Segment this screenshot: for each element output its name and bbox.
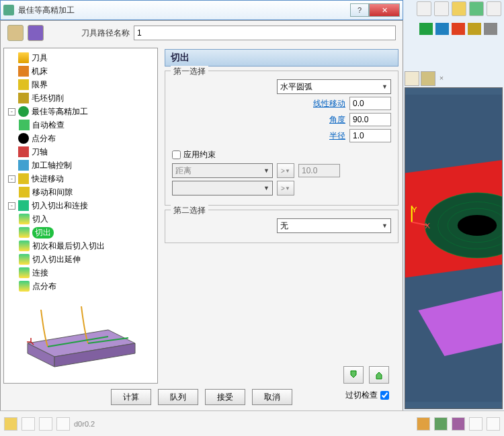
- tree-limit[interactable]: 限界: [7, 78, 155, 91]
- view-tab-1[interactable]: [405, 71, 419, 86]
- rapid-icon: [18, 173, 29, 184]
- strategy-icon: [18, 106, 29, 117]
- angle-link[interactable]: 角度: [329, 114, 345, 126]
- btool-1[interactable]: [4, 417, 17, 431]
- tree-strategy[interactable]: -最佳等高精加工: [7, 105, 155, 118]
- titlebar: 最佳等高精加工 ? ✕: [0, 0, 403, 20]
- tree-rapid[interactable]: -快进移动: [7, 172, 155, 185]
- strip-icon-1[interactable]: [419, 23, 433, 35]
- gap-icon: [19, 187, 30, 198]
- type2-combo[interactable]: 无▼: [277, 218, 391, 233]
- ext-icon: [19, 254, 30, 265]
- tree-axis[interactable]: 刀轴: [7, 145, 155, 159]
- strip-icon-3[interactable]: [452, 23, 465, 35]
- tree-blank[interactable]: 毛坯切削: [7, 91, 155, 105]
- distance-input: [298, 164, 340, 177]
- axis-icon: [18, 146, 29, 157]
- op-button-1: >▼: [277, 163, 294, 178]
- btool-6[interactable]: [434, 417, 448, 431]
- radius-input[interactable]: [349, 129, 391, 142]
- tree-axisctrl[interactable]: 加工轴控制: [7, 159, 155, 172]
- linear-link[interactable]: 线性移动: [313, 98, 345, 110]
- tree-leads[interactable]: -切入切出和连接: [7, 199, 155, 212]
- tree-leadout[interactable]: 切出: [7, 226, 155, 239]
- tree-gap[interactable]: 移动和间隙: [7, 185, 155, 199]
- toolpath-icon-1[interactable]: [7, 25, 24, 41]
- blank-icon: [18, 93, 29, 103]
- firstlast-icon: [19, 241, 30, 251]
- app-tool-4[interactable]: [469, 1, 484, 16]
- second-choice-group: 第二选择 无▼: [165, 210, 398, 243]
- tool-icon: [18, 52, 29, 63]
- btool-8[interactable]: [469, 417, 482, 431]
- tree-machine[interactable]: 机床: [7, 64, 155, 78]
- dialog-title: 最佳等高精加工: [18, 5, 350, 16]
- 3d-viewport[interactable]: Y X: [405, 87, 503, 409]
- app-tool-3[interactable]: [452, 1, 466, 16]
- view-close-icon[interactable]: ×: [437, 74, 446, 83]
- tree-autocheck[interactable]: 自动检查: [7, 118, 155, 132]
- first-choice-group: 第一选择 水平圆弧▼ 线性移动 角度 半径: [165, 71, 398, 206]
- angle-input[interactable]: [349, 113, 391, 126]
- btool-3[interactable]: [39, 417, 52, 431]
- tree-tool[interactable]: 刀具: [7, 51, 155, 64]
- preview-image: [7, 290, 149, 370]
- tree-firstlast[interactable]: 初次和最后切入切出: [7, 239, 155, 253]
- view-tab-2[interactable]: [421, 71, 435, 86]
- help-button[interactable]: ?: [350, 3, 369, 17]
- queue-button[interactable]: 队列: [158, 389, 198, 405]
- collapse-icon[interactable]: -: [8, 175, 15, 183]
- tree-ext[interactable]: 切入切出延伸: [7, 253, 155, 266]
- toolpath-name-label: 刀具路径名称: [81, 28, 130, 39]
- constraint-combo-2: ▼: [172, 181, 273, 195]
- chevron-down-icon: ▼: [263, 167, 269, 174]
- tree-links[interactable]: 连接: [7, 266, 155, 279]
- strip-icon-5[interactable]: [484, 23, 497, 35]
- svg-text:Y: Y: [412, 205, 417, 214]
- chevron-down-icon: ▼: [382, 83, 388, 90]
- app-tool-1[interactable]: [417, 1, 431, 16]
- close-button[interactable]: ✕: [369, 3, 400, 17]
- btool-5[interactable]: [417, 417, 430, 431]
- ctrl-icon: [18, 160, 29, 171]
- btool-4[interactable]: [56, 417, 70, 431]
- group2-legend: 第二选择: [171, 205, 208, 216]
- status-text: d0r0.2: [74, 420, 95, 428]
- bottom-toolbar: d0r0.2: [0, 410, 504, 436]
- cancel-button[interactable]: 取消: [252, 389, 292, 405]
- links-icon: [19, 267, 30, 278]
- pt-icon: [18, 133, 29, 144]
- apply-constraint-checkbox[interactable]: [172, 150, 181, 159]
- copy-down-button[interactable]: [343, 366, 364, 384]
- tree-leadin[interactable]: 切入: [7, 212, 155, 226]
- btool-9[interactable]: [487, 417, 500, 431]
- collapse-icon[interactable]: -: [8, 202, 15, 210]
- radius-link[interactable]: 半径: [329, 130, 345, 142]
- strip-icon-4[interactable]: [468, 23, 481, 35]
- apply-constraint-check[interactable]: 应用约束: [172, 149, 216, 161]
- strip-icon-2[interactable]: [435, 23, 449, 35]
- calculate-button[interactable]: 计算: [111, 389, 151, 405]
- leadout-icon: [19, 227, 30, 238]
- linear-input[interactable]: [349, 97, 391, 110]
- machine-icon: [18, 66, 29, 77]
- dialog-icon: [3, 5, 14, 15]
- btool-7[interactable]: [452, 417, 465, 431]
- tree-ptdist[interactable]: 点分布: [7, 132, 155, 145]
- type-combo[interactable]: 水平圆弧▼: [277, 79, 391, 94]
- chevron-down-icon: ▼: [382, 222, 388, 229]
- svg-point-8: [458, 215, 497, 236]
- accept-button[interactable]: 接受: [205, 389, 245, 405]
- chevron-down-icon: ▼: [263, 185, 269, 191]
- toolpath-icon-2[interactable]: [28, 25, 44, 41]
- toolpath-name-input[interactable]: [134, 26, 396, 40]
- app-tool-5[interactable]: [487, 1, 501, 16]
- btool-2[interactable]: [22, 417, 35, 431]
- copy-up-button[interactable]: [369, 366, 389, 384]
- dialog-body: 刀具路径名称 刀具 机床 限界 毛坯切削 -最佳等高精加工 自动检查 点分布 刀…: [0, 20, 403, 411]
- collapse-icon[interactable]: -: [8, 108, 15, 116]
- app-tool-2[interactable]: [434, 1, 449, 16]
- panel-header: 切出: [165, 49, 398, 67]
- limit-icon: [18, 79, 29, 90]
- constraint-combo: 距离▼: [172, 163, 273, 178]
